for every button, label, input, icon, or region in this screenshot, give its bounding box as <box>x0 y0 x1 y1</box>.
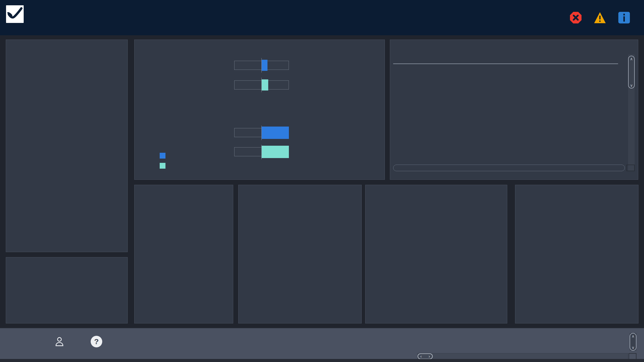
footer-horizontal-scrollbar-end[interactable] <box>629 353 636 359</box>
scroll-up-icon[interactable]: ∧ <box>632 335 634 338</box>
top-nav-bar <box>0 0 644 35</box>
bullet-midline <box>261 126 262 140</box>
info-square-icon <box>618 11 630 24</box>
footer-bottom-strip <box>0 359 644 362</box>
events-horizontal-scrollbar-end[interactable] <box>626 165 635 171</box>
reactive-power-fill-t2 <box>261 79 268 91</box>
frequency-panel <box>6 257 128 323</box>
footer-vertical-scrollbar-thumb[interactable]: ∧ ∨ <box>630 333 636 351</box>
scroll-down-icon[interactable]: ∨ <box>632 346 634 349</box>
warning-triangle-icon <box>594 11 606 24</box>
events-table <box>393 54 618 64</box>
settings-button[interactable] <box>8 336 38 338</box>
switch-status-donut <box>155 217 211 272</box>
alarm-status-panel <box>515 185 638 323</box>
total-power-panel <box>134 40 385 180</box>
footer-horizontal-scrollbar-thumb[interactable]: ‹ › <box>418 353 433 359</box>
error-badge[interactable] <box>569 11 586 24</box>
circuit-breaker-counter-panel <box>6 40 128 252</box>
warning-badge[interactable] <box>594 11 610 24</box>
zenon-logo-icon <box>6 5 24 23</box>
login-button[interactable] <box>44 336 75 349</box>
bullet-midline <box>261 78 262 92</box>
footer-vertical-scrollbar[interactable]: ∧ ∨ <box>630 333 636 351</box>
frequency-chart <box>6 271 128 324</box>
incoming-panel <box>238 185 362 323</box>
user-icon <box>54 336 65 347</box>
switch-status-panel <box>134 185 233 323</box>
events-table-header <box>393 54 618 64</box>
reactive-power-fill-t1 <box>261 60 267 71</box>
transformer-legend <box>160 153 170 173</box>
scroll-down-icon[interactable]: ∨ <box>630 84 633 87</box>
power-factor-fill-t1 <box>261 127 289 139</box>
transformer1-legend-swatch <box>160 153 165 159</box>
alert-summary <box>569 0 634 35</box>
outgoing-panel <box>365 185 507 323</box>
power-factor-fill-t2 <box>261 146 289 158</box>
events-panel: ∧ ∨ <box>390 40 638 180</box>
events-horizontal-scrollbar[interactable] <box>393 165 625 171</box>
help-button[interactable]: ? <box>81 336 112 349</box>
transformer2-legend-swatch <box>160 163 165 169</box>
zenon-scada-dashboard: { "topbar": { "brand": "zenon", "brand_s… <box>0 0 644 362</box>
help-icon: ? <box>91 336 102 347</box>
outgoing-bar-chart <box>393 227 498 288</box>
incoming-bar-chart <box>270 227 349 288</box>
info-badge[interactable] <box>618 11 634 24</box>
scroll-left-icon[interactable]: ‹ <box>420 354 422 359</box>
footer-bar: ? ∧ ∨ ‹ › <box>0 328 644 362</box>
events-vertical-scrollbar[interactable]: ∧ ∨ <box>628 54 635 171</box>
footer-horizontal-scrollbar[interactable]: ‹ › <box>417 353 628 359</box>
scroll-right-icon[interactable]: › <box>429 354 430 359</box>
error-octagon-icon <box>569 11 582 24</box>
events-vertical-scrollbar-thumb[interactable]: ∧ ∨ <box>628 56 635 88</box>
bullet-midline <box>261 145 262 159</box>
bullet-midline <box>261 58 262 73</box>
zenon-logo <box>6 5 24 23</box>
scroll-up-icon[interactable]: ∧ <box>630 57 633 61</box>
active-power-gauge <box>156 57 211 113</box>
